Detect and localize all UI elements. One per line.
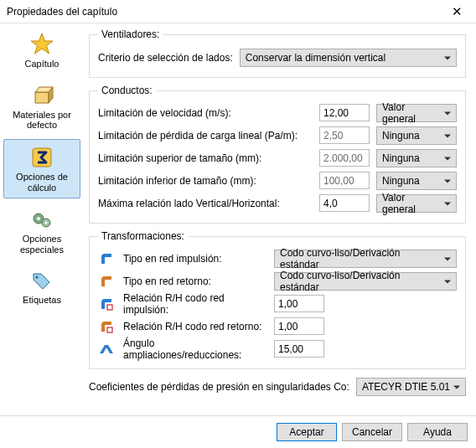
cancel-button[interactable]: Cancelar (342, 423, 402, 441)
star-icon (5, 30, 79, 59)
duct-label: Limitación de pérdida de carga lineal (P… (98, 130, 313, 142)
duct-row: Limitación superior de tamaño (mm):Ningu… (98, 147, 457, 169)
duct-row: Limitación de velocidad (m/s):Valor gene… (98, 101, 457, 124)
category-sidebar: Capítulo Materiales por defecto Opciones… (0, 23, 84, 415)
group-legend: Transformaciones: (98, 230, 188, 242)
criteria-value: Conservar la dimensión vertical (246, 52, 385, 64)
sidebar-item-label: Opciones especiales (5, 234, 79, 255)
elbow-blue-icon (98, 252, 115, 265)
coef-label: Coeficientes de pérdidas de presión en s… (89, 381, 349, 393)
svg-point-4 (44, 222, 47, 224)
duct-mode-select[interactable]: Ninguna (376, 172, 457, 190)
transform-row: Ángulo ampliaciones/reducciones: (98, 337, 457, 360)
duct-value-input[interactable] (319, 104, 370, 121)
transform-row: Relación R/H codo red impulsión: (98, 292, 457, 315)
transform-type-value: Codo curvo-liso/Derivación estándar (280, 270, 441, 293)
sidebar-item-label: Materiales por defecto (5, 110, 79, 131)
transform-value-input[interactable] (274, 295, 324, 312)
main-panel: Ventiladores: Criterio de selección de l… (84, 23, 476, 415)
duct-row: Limitación inferior de tamaño (mm):Ningu… (98, 169, 457, 192)
criteria-label: Criterio de selección de lados: (98, 52, 233, 64)
transform-type-select[interactable]: Codo curvo-liso/Derivación estándar (274, 272, 457, 291)
svg-rect-6 (107, 305, 112, 310)
sidebar-item-materiales[interactable]: Materiales por defecto (3, 78, 80, 136)
dialog-footer: Aceptar Cancelar Ayuda (0, 415, 476, 447)
duct-mode-value: Ninguna (382, 152, 420, 164)
duct-label: Máxima relación lado Vertical/Horizontal… (98, 198, 313, 209)
coef-value: ATECYR DTIE 5.01 (362, 381, 450, 393)
duct-mode-select[interactable]: Valor general (376, 104, 457, 122)
sidebar-item-opciones-calculo[interactable]: Opciones de cálculo (3, 139, 80, 198)
sidebar-item-opciones-especiales[interactable]: Opciones especiales (3, 202, 80, 260)
criteria-select[interactable]: Conservar la dimensión vertical (240, 49, 457, 67)
sidebar-item-capitulo[interactable]: Capítulo (3, 27, 80, 75)
gears-icon (5, 205, 79, 234)
coef-select[interactable]: ATECYR DTIE 5.01 (356, 378, 466, 396)
sigma-icon (6, 143, 78, 172)
sidebar-item-etiquetas[interactable]: Etiquetas (3, 263, 80, 311)
duct-row: Limitación de pérdida de carga lineal (P… (98, 124, 457, 147)
cube-icon (5, 81, 79, 110)
duct-label: Limitación de velocidad (m/s): (98, 107, 313, 119)
transform-row: Tipo en red retorno:Codo curvo-liso/Deri… (98, 270, 457, 292)
transform-label: Relación R/H codo red retorno: (123, 321, 266, 332)
duct-label: Limitación superior de tamaño (mm): (98, 152, 313, 164)
group-ventiladores: Ventiladores: Criterio de selección de l… (89, 28, 466, 78)
ratio-blue-icon (98, 297, 115, 311)
duct-mode-value: Valor general (382, 101, 441, 125)
close-button[interactable]: ✕ (444, 3, 469, 20)
svg-point-2 (37, 217, 40, 220)
duct-mode-select[interactable]: Ninguna (376, 126, 457, 145)
duct-label: Limitación inferior de tamaño (mm): (98, 175, 313, 187)
duct-value-input (319, 149, 370, 167)
ratio-orange-icon (98, 320, 115, 333)
transform-row: Relación R/H codo red retorno: (98, 315, 457, 337)
tag-icon (5, 266, 79, 295)
window-title: Propiedades del capítulo (7, 6, 444, 18)
group-legend: Ventiladores: (98, 28, 163, 40)
duct-mode-value: Valor general (382, 192, 441, 215)
transform-label: Ángulo ampliaciones/reducciones: (123, 337, 266, 361)
duct-value-input (319, 172, 370, 189)
svg-rect-7 (107, 327, 112, 332)
transform-label: Tipo en red retorno: (123, 275, 266, 287)
duct-mode-select[interactable]: Valor general (376, 194, 457, 213)
sidebar-item-label: Opciones de cálculo (6, 172, 78, 193)
sidebar-item-label: Etiquetas (5, 295, 79, 306)
help-button[interactable]: Ayuda (407, 423, 468, 441)
transform-label: Tipo en red impulsión: (123, 253, 266, 265)
titlebar: Propiedades del capítulo ✕ (0, 0, 476, 23)
svg-point-5 (35, 276, 38, 279)
angle-blue-icon (98, 343, 115, 355)
transform-type-value: Codo curvo-liso/Derivación estándar (280, 247, 441, 270)
duct-value-input[interactable] (319, 194, 370, 212)
group-transformaciones: Transformaciones: Tipo en red impulsión:… (89, 230, 466, 369)
transform-value-input[interactable] (274, 317, 324, 335)
duct-mode-value: Ninguna (382, 175, 420, 187)
transform-row: Tipo en red impulsión:Codo curvo-liso/De… (98, 247, 457, 270)
duct-row: Máxima relación lado Vertical/Horizontal… (98, 192, 457, 214)
transform-value-input[interactable] (274, 340, 324, 358)
elbow-orange-icon (98, 275, 115, 288)
duct-mode-select[interactable]: Ninguna (376, 149, 457, 167)
transform-type-select[interactable]: Codo curvo-liso/Derivación estándar (274, 250, 457, 268)
group-legend: Conductos: (98, 85, 156, 96)
sidebar-item-label: Capítulo (5, 59, 79, 70)
duct-value-input (319, 126, 370, 144)
ok-button[interactable]: Aceptar (277, 423, 337, 441)
transform-label: Relación R/H codo red impulsión: (123, 292, 266, 316)
duct-mode-value: Ninguna (382, 130, 420, 142)
group-conductos: Conductos: Limitación de velocidad (m/s)… (89, 85, 466, 224)
